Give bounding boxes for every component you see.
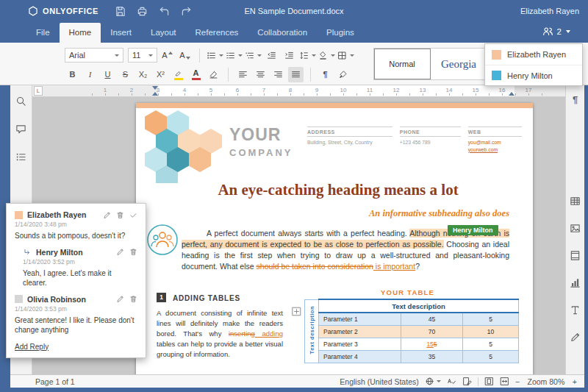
- align-right-button[interactable]: [270, 67, 286, 82]
- tab-plugins[interactable]: Plugins: [317, 23, 364, 43]
- undo-button[interactable]: [159, 6, 170, 17]
- align-left-button[interactable]: [235, 67, 251, 82]
- increase-indent-button[interactable]: [282, 48, 297, 63]
- underline-button[interactable]: U: [100, 67, 115, 82]
- contact-email-link[interactable]: you@mail.com: [468, 140, 501, 145]
- table-row[interactable]: Parameter 2 70 10: [305, 325, 519, 338]
- chart-settings-button[interactable]: [567, 274, 584, 291]
- signature-settings-button[interactable]: [567, 329, 584, 345]
- decrease-font-button[interactable]: A: [177, 48, 193, 63]
- table-rotated-label-cell[interactable]: Text description: [305, 299, 319, 363]
- caret-up-icon: [168, 51, 173, 54]
- edit-comment-icon[interactable]: [103, 211, 111, 219]
- tab-collaboration[interactable]: Collaboration: [248, 23, 317, 43]
- redo-icon: [181, 6, 192, 17]
- table-row[interactable]: Parameter 1 45 5: [305, 313, 519, 325]
- hexagon-logo-graphic: [137, 110, 226, 183]
- subscript-button[interactable]: X₂: [135, 67, 151, 82]
- redo-button[interactable]: [181, 6, 192, 17]
- text-art-settings-button[interactable]: [567, 302, 584, 318]
- fit-page-button[interactable]: [484, 377, 494, 386]
- horizontal-ruler[interactable]: L 1 2 3 4 5 6 7 8 9 10 11 12 13 14 15 16…: [32, 85, 565, 97]
- spellcheck-button[interactable]: [447, 377, 456, 386]
- co-editing-users-button[interactable]: 2: [542, 26, 570, 37]
- highlight-color-button[interactable]: [171, 67, 186, 82]
- table-settings-button[interactable]: [567, 193, 584, 209]
- team-icon: [146, 223, 179, 257]
- tab-home[interactable]: Home: [60, 23, 101, 43]
- align-center-button[interactable]: [253, 67, 268, 82]
- zoom-out-button[interactable]: −: [515, 377, 520, 386]
- side-paragraph[interactable]: A document consisting of infinite text l…: [157, 308, 283, 360]
- table-row[interactable]: Parameter 4 35 5: [305, 350, 519, 363]
- paragraph-shading-button[interactable]: [318, 48, 335, 63]
- increase-font-button[interactable]: A: [159, 48, 175, 63]
- first-line-indent-marker[interactable]: [152, 86, 158, 90]
- edit-comment-icon[interactable]: [116, 295, 124, 303]
- delete-comment-icon[interactable]: [129, 248, 137, 256]
- numbered-list-icon: [226, 51, 235, 60]
- user-list-item[interactable]: Henry Milton: [485, 65, 582, 85]
- zoom-in-button[interactable]: +: [573, 377, 577, 386]
- borders-button[interactable]: [337, 48, 354, 63]
- nonprinting-characters-button[interactable]: ¶: [318, 67, 333, 82]
- copy-style-button[interactable]: [335, 67, 351, 82]
- style-georgia[interactable]: Georgia: [431, 49, 487, 79]
- table-handle[interactable]: [292, 306, 301, 316]
- image-settings-button[interactable]: [567, 220, 584, 236]
- edit-comment-icon[interactable]: [116, 248, 124, 256]
- style-normal[interactable]: Normal: [374, 49, 431, 79]
- save-button[interactable]: [115, 6, 126, 17]
- font-color-button[interactable]: A: [188, 67, 204, 82]
- user-list-item[interactable]: Elizabeth Rayen: [485, 44, 582, 65]
- track-changes-button[interactable]: [462, 377, 472, 386]
- tab-layout[interactable]: Layout: [141, 23, 186, 43]
- document-page[interactable]: YOUR COMPANY ADDRESS Building, Street, C…: [136, 103, 533, 374]
- comments-button[interactable]: [13, 121, 29, 137]
- eraser-icon: [209, 70, 218, 79]
- language-select[interactable]: [425, 377, 441, 386]
- multilevel-list-button[interactable]: [245, 48, 262, 63]
- right-indent-marker[interactable]: [509, 92, 514, 96]
- superscript-button[interactable]: X²: [153, 67, 168, 82]
- italic-button[interactable]: I: [82, 67, 98, 82]
- navigation-button[interactable]: [13, 149, 29, 165]
- contact-web-link[interactable]: yourweb.com: [468, 146, 522, 154]
- print-button[interactable]: [137, 6, 148, 17]
- bullets-button[interactable]: [207, 48, 223, 63]
- paragraph-settings-button[interactable]: ¶: [567, 91, 584, 107]
- fit-width-button[interactable]: [500, 377, 509, 386]
- tab-file[interactable]: File: [26, 23, 60, 43]
- delete-comment-icon[interactable]: [129, 295, 137, 303]
- search-button[interactable]: [13, 93, 29, 109]
- app-name: ONLYOFFICE: [43, 7, 98, 15]
- tab-insert[interactable]: Insert: [101, 23, 141, 43]
- line-spacing-button[interactable]: [299, 48, 316, 63]
- font-size-select[interactable]: 11: [128, 48, 157, 63]
- table-header-cell[interactable]: Text description: [319, 299, 519, 313]
- font-name-select[interactable]: Arial: [65, 48, 123, 63]
- delete-comment-icon[interactable]: [116, 211, 124, 219]
- indent-icon: [284, 51, 294, 60]
- tab-stop-selector[interactable]: L: [34, 86, 43, 96]
- decrease-indent-button[interactable]: [264, 48, 279, 63]
- numbering-button[interactable]: [226, 48, 243, 63]
- document-table[interactable]: Text description Text description Parame…: [304, 299, 519, 363]
- table-row[interactable]: Parameter 3 155 5: [305, 338, 519, 350]
- align-justify-icon: [291, 70, 301, 79]
- table-caption: YOUR TABLE: [381, 288, 434, 296]
- undo-icon: [159, 6, 170, 17]
- clear-style-button[interactable]: [206, 67, 221, 82]
- bold-button[interactable]: B: [65, 67, 80, 82]
- add-reply-link[interactable]: Add Reply: [15, 343, 49, 351]
- resolve-comment-icon[interactable]: [129, 211, 137, 219]
- strikethrough-button[interactable]: S: [118, 67, 133, 82]
- left-indent-marker[interactable]: [152, 92, 158, 96]
- shading-icon: [318, 51, 328, 60]
- reply-arrow-icon: [23, 248, 32, 257]
- save-icon: [115, 6, 126, 17]
- company-name-line1: YOUR: [229, 125, 281, 145]
- align-justify-button[interactable]: [288, 67, 304, 82]
- tab-references[interactable]: References: [186, 23, 248, 43]
- header-footer-settings-button[interactable]: [567, 247, 584, 263]
